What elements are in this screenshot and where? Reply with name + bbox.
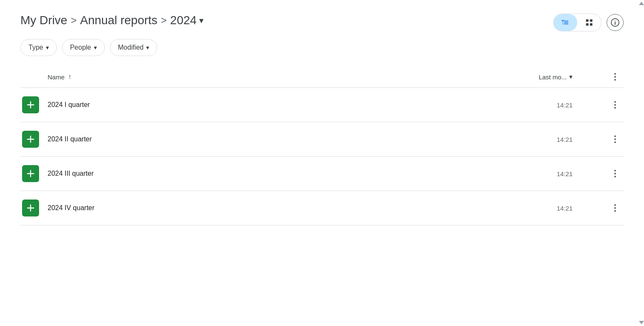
row-modified-time: 14:21 [488,136,573,143]
row-icon [20,163,41,184]
more-dot [614,107,616,109]
row-more-cell [607,202,624,214]
sheets-plus-icon [26,203,35,213]
table-header: Name ↑ Last mo... ▾ [20,66,624,88]
breadcrumb-separator-1: > [71,14,76,26]
row-more-button[interactable] [611,202,619,214]
col-modified-chevron-icon: ▾ [569,73,573,81]
sheets-icon [22,131,39,148]
table-row[interactable]: 2024 II quarter 14:21 [20,122,624,157]
sort-asc-icon: ↑ [68,73,71,81]
filter-type-button[interactable]: Type ▾ [20,39,57,56]
table-row[interactable]: 2024 IV quarter 14:21 [20,191,624,225]
more-dot [614,76,616,78]
filter-people-label: People [70,44,91,51]
info-button[interactable] [607,14,624,31]
more-dot [614,210,616,212]
svg-rect-0 [586,20,589,22]
header-more-button[interactable] [611,71,619,82]
file-table: Name ↑ Last mo... ▾ [20,66,624,225]
more-dot [614,173,616,174]
row-more-cell [607,134,624,145]
more-dot [614,204,616,206]
row-icon [20,198,41,218]
breadcrumb-separator-2: > [161,14,167,26]
breadcrumb-current-label: 2024 [170,14,197,27]
main-container: My Drive > Annual reports > 2024 ▾ [0,0,644,225]
row-modified-time: 14:21 [488,170,573,177]
row-modified-time: 14:21 [488,205,573,212]
row-icon [20,95,41,115]
col-modified-header[interactable]: Last mo... ▾ [488,73,573,81]
more-dot [614,135,616,137]
grid-icon [585,18,593,27]
col-more-header[interactable] [607,71,624,82]
more-dot [614,170,616,171]
list-view-button[interactable] [554,14,577,31]
svg-rect-1 [590,20,593,22]
svg-rect-2 [586,23,589,26]
filter-type-chevron-icon: ▾ [46,44,49,51]
view-controls [553,14,624,31]
row-more-button[interactable] [611,99,619,110]
row-modified-time: 14:21 [488,101,573,109]
row-more-cell [607,168,624,179]
row-file-name: 2024 II quarter [48,135,488,143]
breadcrumb-annual-reports[interactable]: Annual reports [80,14,157,27]
sheets-plus-icon [26,135,35,144]
more-dot [614,101,616,103]
sheets-icon [22,200,39,216]
row-more-cell [607,99,624,110]
row-file-name: 2024 III quarter [48,170,488,177]
svg-point-5 [615,20,616,21]
grid-view-button[interactable] [577,14,601,31]
check-list-icon [561,18,570,27]
sheets-plus-icon [26,169,35,178]
filter-type-label: Type [28,44,43,51]
row-more-button[interactable] [611,168,619,179]
breadcrumb-chevron-icon: ▾ [199,15,203,25]
row-file-name: 2024 IV quarter [48,204,488,212]
row-more-button[interactable] [611,134,619,145]
sheets-icon [22,96,39,113]
filter-bar: Type ▾ People ▾ Modified ▾ [20,39,624,56]
more-dot [614,73,616,75]
more-dot [614,104,616,106]
filter-modified-chevron-icon: ▾ [146,44,149,51]
svg-rect-3 [590,23,593,26]
sheets-icon [22,165,39,182]
scroll-down-arrow[interactable] [639,321,644,324]
col-name-label: Name [48,73,65,81]
filter-modified-button[interactable]: Modified ▾ [110,39,157,56]
table-row[interactable]: 2024 I quarter 14:21 [20,88,624,122]
col-name-header[interactable]: Name ↑ [48,73,488,81]
more-dot [614,138,616,140]
breadcrumb-root[interactable]: My Drive [20,14,67,27]
breadcrumb: My Drive > Annual reports > 2024 ▾ [20,14,624,27]
breadcrumb-current[interactable]: 2024 ▾ [170,14,203,27]
filter-people-chevron-icon: ▾ [94,44,97,51]
more-dot [614,207,616,209]
view-toggle-group [553,14,602,31]
filter-modified-label: Modified [118,44,144,51]
row-icon [20,129,41,149]
scroll-up-arrow[interactable] [639,2,644,5]
filter-people-button[interactable]: People ▾ [62,39,105,56]
table-row[interactable]: 2024 III quarter 14:21 [20,157,624,191]
row-file-name: 2024 I quarter [48,101,488,109]
scrollbar[interactable] [639,0,644,326]
table-rows: 2024 I quarter 14:21 2024 II quarter 14:… [20,88,624,225]
more-dot [614,176,616,177]
sheets-plus-icon [26,100,35,110]
more-dot [614,141,616,143]
col-modified-label: Last mo... [539,73,567,81]
more-dot [614,79,616,81]
info-icon [610,18,620,27]
